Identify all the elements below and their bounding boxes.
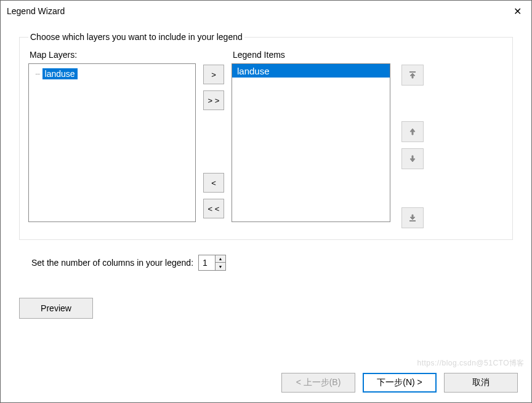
map-layers-column: Map Layers: ····· landuse — [28, 50, 196, 222]
columns-input[interactable] — [199, 255, 215, 270]
add-all-button[interactable]: > > — [203, 90, 224, 110]
legend-wizard-window: Legend Wizard ✕ Choose which layers you … — [0, 0, 532, 403]
wizard-footer: < 上一步(B) 下一步(N) > 取消 — [1, 363, 531, 402]
preview-button[interactable]: Preview — [19, 298, 93, 319]
spacer — [401, 92, 424, 115]
legend-items-listbox[interactable]: landuse — [232, 63, 390, 222]
move-bottom-button[interactable] — [401, 207, 424, 228]
move-top-button[interactable] — [401, 65, 424, 86]
remove-all-button[interactable]: < < — [203, 199, 224, 218]
spacer — [203, 116, 224, 167]
titlebar: Legend Wizard ✕ — [1, 1, 531, 22]
close-icon: ✕ — [514, 6, 522, 17]
columns-row: Set the number of columns in your legend… — [31, 255, 513, 271]
legend-item[interactable]: landuse — [232, 64, 390, 78]
legend-items-column: Legend Items landuse — [232, 50, 390, 222]
legend-item-label: landuse — [237, 66, 270, 76]
fieldset-legend: Choose which layers you want to include … — [28, 32, 244, 42]
add-one-button[interactable]: > — [203, 65, 224, 84]
spinner-down-button[interactable]: ▼ — [216, 263, 225, 270]
tree-connector-icon: ····· — [35, 71, 40, 77]
map-layers-label: Map Layers: — [28, 50, 196, 60]
remove-one-button[interactable]: < — [203, 173, 224, 193]
move-bottom-icon — [408, 213, 417, 222]
columns-spinner[interactable]: ▲ ▼ — [198, 255, 226, 271]
move-top-icon — [408, 71, 417, 79]
layers-fieldset: Choose which layers you want to include … — [19, 37, 513, 240]
spinner-up-button[interactable]: ▲ — [216, 255, 225, 263]
window-title: Legend Wizard — [7, 6, 65, 16]
spacer — [401, 175, 424, 201]
triangle-up-icon: ▲ — [219, 257, 223, 261]
columns-label: Set the number of columns in your legend… — [31, 258, 193, 268]
move-up-button[interactable] — [401, 121, 424, 142]
cancel-button[interactable]: 取消 — [444, 373, 518, 393]
content-area: Choose which layers you want to include … — [1, 22, 531, 363]
close-button[interactable]: ✕ — [503, 1, 531, 22]
map-layer-item[interactable]: ····· landuse — [29, 68, 195, 80]
arrow-up-icon — [408, 127, 417, 136]
transfer-buttons: > > > < < < — [203, 65, 224, 218]
next-button[interactable]: 下一步(N) > — [363, 373, 437, 393]
map-layers-listbox[interactable]: ····· landuse — [28, 63, 196, 222]
arrow-down-icon — [408, 154, 417, 163]
spinner-buttons: ▲ ▼ — [215, 255, 225, 270]
back-button[interactable]: < 上一步(B) — [281, 373, 355, 393]
move-down-button[interactable] — [401, 148, 424, 169]
lists-row: Map Layers: ····· landuse > > > < < < — [28, 50, 504, 228]
triangle-down-icon: ▼ — [219, 265, 223, 269]
reorder-buttons — [401, 65, 424, 228]
map-layer-item-label: landuse — [42, 68, 78, 79]
legend-items-label: Legend Items — [232, 50, 390, 60]
